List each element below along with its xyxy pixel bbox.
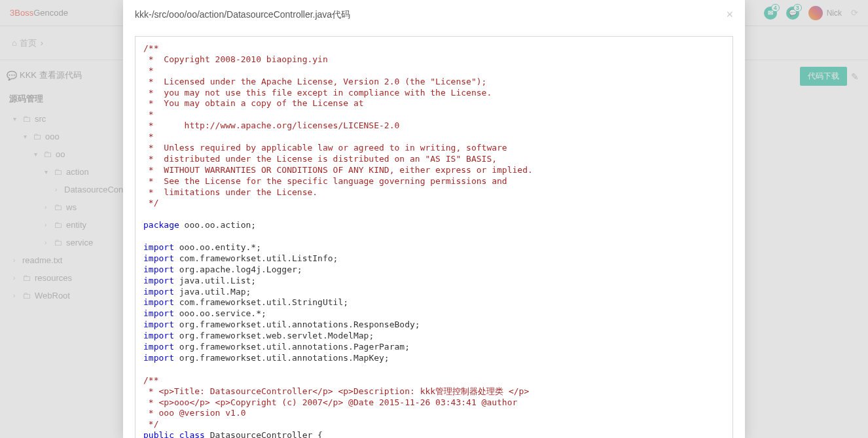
modal-header: kkk-/src/ooo/oo/action/DatasourceControl… [123,0,745,29]
code-modal: kkk-/src/ooo/oo/action/DatasourceControl… [123,0,745,438]
code-viewer[interactable]: /** * Copyright 2008-2010 biaoping.yin *… [135,36,733,438]
modal-title: kkk-/src/ooo/oo/action/DatasourceControl… [135,9,350,21]
modal-body: /** * Copyright 2008-2010 biaoping.yin *… [123,29,745,438]
close-icon[interactable]: × [726,8,733,22]
modal-backdrop[interactable]: kkk-/src/ooo/oo/action/DatasourceControl… [0,0,868,438]
